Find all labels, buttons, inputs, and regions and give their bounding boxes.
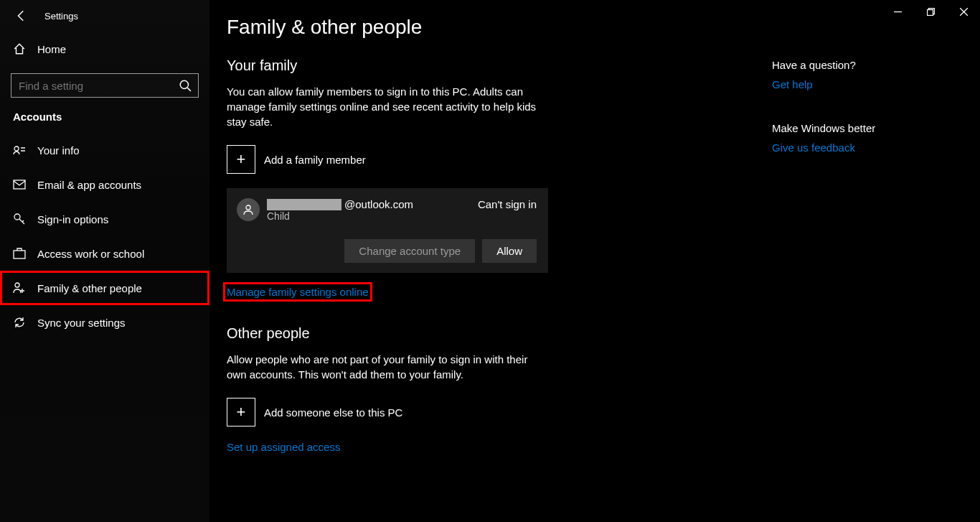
sidebar-item-work[interactable]: Access work or school xyxy=(0,236,209,271)
nav-list: Your info Email & app accounts Sign-in o… xyxy=(0,133,209,340)
avatar xyxy=(237,198,260,221)
plus-icon: + xyxy=(227,145,255,174)
page-title: Family & other people xyxy=(227,16,729,39)
person-card-icon xyxy=(13,144,26,157)
assigned-access-link[interactable]: Set up assigned access xyxy=(227,441,340,453)
nav-label: Email & app accounts xyxy=(37,179,141,191)
other-desc: Allow people who are not part of your fa… xyxy=(227,352,542,382)
svg-point-1 xyxy=(14,146,19,151)
nav-label: Your info xyxy=(37,144,80,157)
sidebar-item-signin[interactable]: Sign-in options xyxy=(0,202,209,236)
back-button[interactable] xyxy=(13,7,30,24)
nav-label: Sign-in options xyxy=(37,213,108,225)
home-icon xyxy=(13,42,26,55)
category-label: Accounts xyxy=(0,111,209,133)
nav-label: Family & other people xyxy=(37,282,142,294)
svg-point-3 xyxy=(14,214,20,220)
minimize-button[interactable] xyxy=(881,0,914,23)
member-role: Child xyxy=(267,210,471,222)
minimize-icon xyxy=(894,8,902,16)
help-question: Have a question? xyxy=(772,59,958,71)
people-add-icon xyxy=(13,281,26,294)
member-status: Can't sign in xyxy=(478,198,537,210)
app-title: Settings xyxy=(44,11,78,22)
feedback-link[interactable]: Give us feedback xyxy=(772,141,855,154)
change-account-type-button[interactable]: Change account type xyxy=(344,239,475,263)
search-input[interactable] xyxy=(11,73,199,98)
svg-rect-2 xyxy=(14,180,25,189)
redacted-name xyxy=(267,199,341,210)
nav-label: Access work or school xyxy=(37,248,144,260)
home-nav[interactable]: Home xyxy=(0,32,209,66)
mail-icon xyxy=(13,178,26,191)
add-other-label: Add someone else to this PC xyxy=(264,406,402,419)
sync-icon xyxy=(13,316,26,329)
close-button[interactable] xyxy=(947,0,980,23)
other-heading: Other people xyxy=(227,325,729,342)
maximize-icon xyxy=(927,8,935,16)
sidebar-item-family[interactable]: Family & other people xyxy=(0,271,209,305)
plus-icon: + xyxy=(227,398,255,427)
right-column: Have a question? Get help Make Windows b… xyxy=(772,16,958,500)
home-label: Home xyxy=(37,43,66,55)
svg-rect-7 xyxy=(927,9,933,15)
allow-button[interactable]: Allow xyxy=(482,239,537,263)
svg-point-6 xyxy=(246,205,250,210)
key-icon xyxy=(13,213,26,225)
sidebar-item-email[interactable]: Email & app accounts xyxy=(0,167,209,202)
member-email: @outlook.com xyxy=(267,198,471,210)
window-controls xyxy=(881,0,980,23)
family-heading: Your family xyxy=(227,57,729,74)
main-content: Family & other people Your family You ca… xyxy=(209,0,980,522)
person-icon xyxy=(242,204,254,215)
family-member-card[interactable]: @outlook.com Child Can't sign in Change … xyxy=(227,188,548,273)
svg-point-0 xyxy=(180,80,188,88)
add-family-label: Add a family member xyxy=(264,154,366,166)
family-desc: You can allow family members to sign in … xyxy=(227,84,542,129)
add-other-user[interactable]: + Add someone else to this PC xyxy=(227,398,729,427)
close-icon xyxy=(960,8,968,16)
arrow-left-icon xyxy=(15,9,28,22)
svg-rect-4 xyxy=(14,251,25,258)
sidebar-item-sync[interactable]: Sync your settings xyxy=(0,305,209,340)
svg-point-5 xyxy=(15,283,19,287)
get-help-link[interactable]: Get help xyxy=(772,78,813,90)
manage-family-link[interactable]: Manage family settings online xyxy=(227,286,369,298)
search-icon xyxy=(179,79,192,92)
briefcase-icon xyxy=(13,247,26,260)
search-wrap xyxy=(11,73,199,98)
sidebar-item-your-info[interactable]: Your info xyxy=(0,133,209,167)
nav-label: Sync your settings xyxy=(37,317,126,329)
make-better: Make Windows better xyxy=(772,122,958,134)
add-family-member[interactable]: + Add a family member xyxy=(227,145,729,174)
maximize-button[interactable] xyxy=(914,0,947,23)
sidebar: Settings Home Accounts Your info Email &… xyxy=(0,0,209,522)
